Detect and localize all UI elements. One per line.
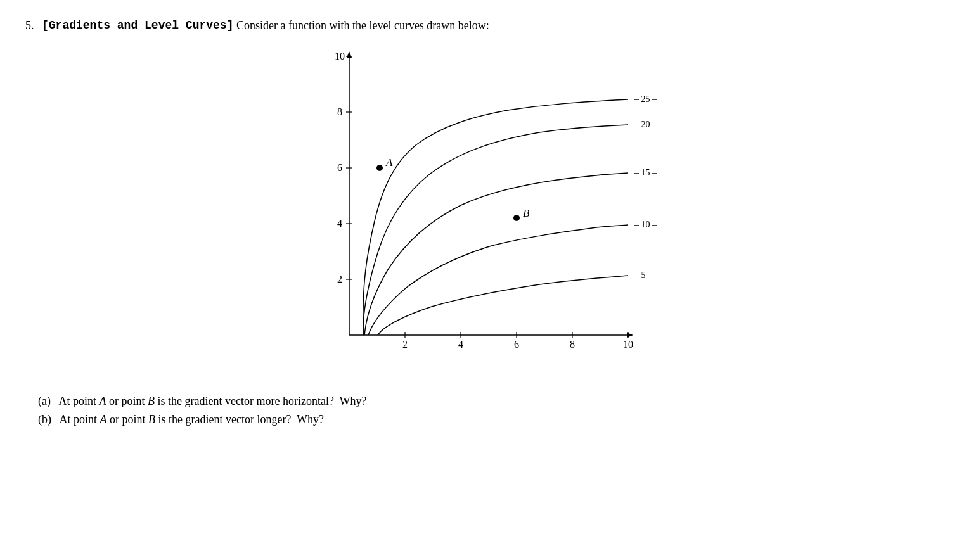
point-A-label: A <box>385 156 393 169</box>
y-label-8: 8 <box>337 106 342 117</box>
level-label-10: – 10 – <box>634 220 657 229</box>
level-label-15: – 15 – <box>634 168 657 177</box>
level-label-25: – 25 – <box>634 94 657 104</box>
point-A <box>376 165 383 171</box>
level-curve-15 <box>364 173 628 335</box>
question-b-point1: A <box>100 413 107 426</box>
x-label-8: 8 <box>570 339 575 350</box>
y-label-10: 10 <box>335 51 345 61</box>
level-curve-20 <box>363 125 628 335</box>
x-label-6: 6 <box>514 339 519 350</box>
point-B-label: B <box>523 207 530 219</box>
chart-container: 2 4 6 8 10 2 4 6 8 <box>25 44 939 379</box>
problem-title: [Gradients and Level Curves] <box>42 19 233 32</box>
problem-number: 5. <box>25 19 34 32</box>
problem-description: Consider a function with the level curve… <box>236 19 489 32</box>
y-label-6: 6 <box>337 162 342 173</box>
x-label-4: 4 <box>458 339 463 350</box>
question-b: (b) At point A or point B is the gradien… <box>38 413 939 426</box>
question-b-point2: B <box>148 413 155 426</box>
y-label-4: 4 <box>337 218 342 229</box>
x-label-10: 10 <box>623 339 633 350</box>
level-curve-25 <box>363 99 628 335</box>
point-B <box>513 215 520 221</box>
question-a-point2: B <box>148 395 155 407</box>
question-a: (a) At point A or point B is the gradien… <box>38 395 939 408</box>
questions-list: (a) At point A or point B is the gradien… <box>25 395 939 426</box>
question-a-point1: A <box>100 395 106 407</box>
level-label-20: – 20 – <box>634 120 657 129</box>
problem-container: 5. [Gradients and Level Curves] Consider… <box>25 19 939 426</box>
level-label-5: – 5 – <box>634 270 653 280</box>
level-curve-10 <box>368 225 628 335</box>
question-b-label: (b) <box>38 413 51 426</box>
y-label-2: 2 <box>337 274 342 284</box>
question-a-label: (a) <box>38 395 51 407</box>
x-label-2: 2 <box>402 339 408 350</box>
level-curves-chart: 2 4 6 8 10 2 4 6 8 <box>305 44 660 379</box>
problem-header: 5. [Gradients and Level Curves] Consider… <box>25 19 939 32</box>
level-curve-5 <box>378 276 628 335</box>
